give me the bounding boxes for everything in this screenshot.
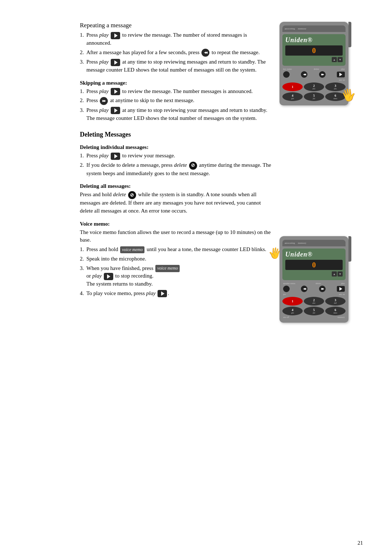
list-item: 1. Press play to review your message. <box>80 152 272 160</box>
deleting-all-text: Press and hold delete ⊘ while the system… <box>80 191 272 215</box>
list-item: 3. Press play at any time to stop review… <box>80 58 272 74</box>
play-button-icon <box>111 153 120 160</box>
device-illustration-bottom: answering memory Uniden® 0 ▲ ▼ <box>279 236 348 323</box>
key-3-b: 3 def <box>325 297 346 306</box>
play-label: play <box>99 107 109 113</box>
device-illustration-top: answering memory Uniden® 0 ▲ ▼ <box>279 22 348 105</box>
device-bottom: answering memory Uniden® 0 ▲ ▼ <box>279 236 348 323</box>
nav-buttons-bottom: ▲ ▼ <box>285 271 343 277</box>
rewind-button-icon <box>201 49 209 57</box>
repeating-list: 1. Press play to review the message. The… <box>80 31 272 74</box>
voice-memo-badge: voice memo <box>120 246 144 253</box>
delete-button-icon: ⊘ <box>128 191 136 199</box>
key-5: 5 jkl <box>304 92 324 101</box>
list-item: 1. Press play to review the message. The… <box>80 88 272 96</box>
left-column: Repeating a message 1. Press play to rev… <box>80 22 272 323</box>
memory-label: memory <box>298 27 306 30</box>
play-button-icon <box>111 59 120 66</box>
nav-up-bottom: ▲ <box>332 271 337 277</box>
ff-btn-b <box>319 286 326 292</box>
play-label: play <box>99 153 109 158</box>
delete-label: delete <box>113 191 126 197</box>
voice-memo-title: Voice memo: <box>80 221 272 227</box>
answering-label-b: answering <box>285 242 295 245</box>
device-display-top: 0 <box>285 45 343 56</box>
key-6-b: 6 mno <box>325 307 346 315</box>
device-top: answering memory Uniden® 0 ▲ ▼ <box>279 22 348 105</box>
rewind-btn-b <box>301 286 307 292</box>
nav-buttons-top: ▲ ▼ <box>285 57 343 62</box>
device-body-bottom: Uniden® 0 ▲ ▼ <box>282 249 346 280</box>
keypad-top: 1 2 abc 3 abc 4 ghi <box>282 82 346 101</box>
device-top-bar-bottom: answering memory <box>282 240 346 246</box>
list-item: 2. If you decide to delete a message, pr… <box>80 161 272 177</box>
display-digit-top: 0 <box>312 47 316 55</box>
play-button-icon <box>104 273 113 280</box>
deleting-individual-title: Deleting individual messages: <box>80 144 272 150</box>
list-item: 3. When you have finished, press voice m… <box>80 265 272 288</box>
ans-off-label: ans off <box>283 316 289 318</box>
uniden-brand-bottom: Uniden® <box>285 251 343 258</box>
nav-down-bottom: ▼ <box>338 271 343 277</box>
deleting-all-title: Deleting all messages: <box>80 183 272 189</box>
list-item: 2. Speak into the microphone. <box>80 255 272 263</box>
key-2: 2 abc <box>304 82 324 91</box>
key-1-b: 1 <box>282 297 303 306</box>
memory-btn-label: memory <box>338 316 345 318</box>
antenna-bottom <box>348 236 351 262</box>
play-label: play <box>99 59 109 65</box>
voice-memo-badge: voice memo <box>155 265 180 272</box>
ff-button-icon <box>100 97 108 105</box>
rewind-btn <box>301 71 307 78</box>
list-item: 2. After a message has played for a few … <box>80 49 272 57</box>
nav-down-top: ▼ <box>338 57 343 62</box>
antenna <box>348 22 351 47</box>
key-4: 4 ghi <box>282 92 303 101</box>
speaker-btn <box>283 286 290 292</box>
display-digit-bottom: 0 <box>312 261 316 269</box>
play-btn <box>337 72 345 77</box>
device-top-bar: answering memory <box>282 25 346 32</box>
any-on-label-b: any on <box>339 293 345 295</box>
key-4-b: 4 ghi <box>282 307 303 315</box>
memory-label-b: memory <box>298 242 306 245</box>
voice-memo-intro: The voice memo function allows the user … <box>80 229 272 245</box>
control-buttons-bottom <box>282 286 346 292</box>
skipping-title: Skipping a message: <box>80 80 272 86</box>
deleting-title: Deleting Messages <box>80 131 272 138</box>
key-status-btn <box>283 71 290 78</box>
play-button-icon <box>158 290 167 297</box>
play-btn-b <box>337 286 345 292</box>
pre-label: pre <box>283 293 286 295</box>
skipping-list: 1. Press play to review the message. The… <box>80 88 272 122</box>
play-label: play <box>92 273 102 279</box>
play-label: play <box>99 32 109 38</box>
key-5-b: 5 jkl <box>304 307 324 315</box>
right-column: answering memory Uniden® 0 ▲ ▼ <box>272 22 359 323</box>
page-number: 21 <box>358 540 363 546</box>
delete-label: delete <box>174 162 187 168</box>
voice-memo-list: 1. Press and hold voice memo until you h… <box>80 246 272 298</box>
play-button-icon <box>111 88 120 95</box>
keypad-bottom: 1 2 abc 3 def 4 ghi <box>282 297 346 315</box>
key-1: 1 <box>282 82 303 91</box>
ff-btn <box>319 71 326 78</box>
nav-up-top: ▲ <box>332 57 337 62</box>
device-display-bottom: 0 <box>285 260 343 270</box>
device-body-top: Uniden® 0 ▲ ▼ <box>282 34 346 66</box>
uniden-brand-top: Uniden® <box>285 36 343 44</box>
hand-icon-bottom: 🖐 <box>268 246 282 260</box>
play-label: play <box>99 88 109 94</box>
list-item: 1. Press and hold voice memo until you h… <box>80 246 272 254</box>
answering-label: answering <box>285 27 295 30</box>
key-2-b: 2 abc <box>304 297 324 306</box>
list-item: 1. Press play to review the message. The… <box>80 31 272 47</box>
play-label: play <box>146 290 156 296</box>
play-button-icon <box>111 32 120 39</box>
list-item: 4. To play voice memo, press play . <box>80 290 272 298</box>
play-button-icon <box>111 107 120 114</box>
any-on-label: any on <box>339 79 345 81</box>
button-labels-bottom: speaker status delete play <box>282 282 346 284</box>
control-buttons-top <box>282 71 346 78</box>
delete-button-icon: ⊘ <box>189 162 197 170</box>
